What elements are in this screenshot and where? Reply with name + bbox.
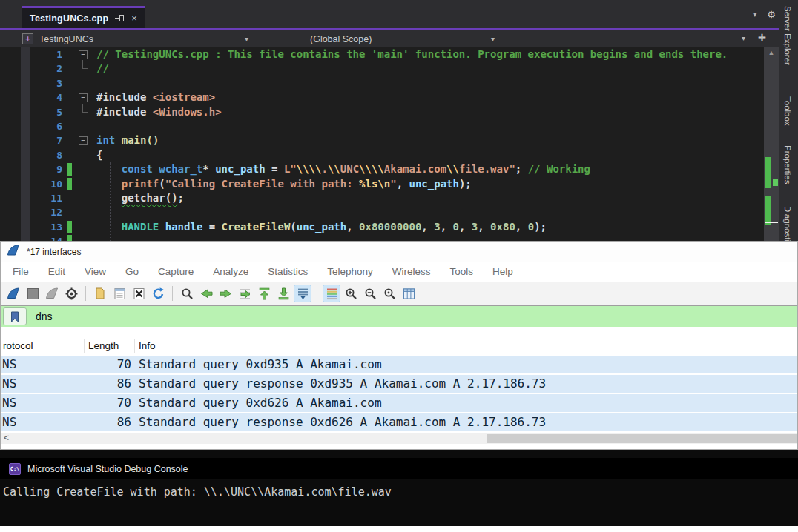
stop-capture-icon[interactable] [24, 285, 42, 302]
split-window-icon[interactable]: ✛ [758, 32, 765, 43]
zoom-original-icon[interactable] [380, 285, 398, 302]
chevron-down-icon[interactable]: ▾ [742, 34, 745, 42]
class-icon: + [22, 33, 33, 44]
tab-testinguncs-cpp[interactable]: TestingUNCs.cpp × [22, 6, 145, 28]
editor-scrollbar[interactable]: ▲ [764, 47, 779, 241]
window-title: *17 interfaces [27, 247, 81, 257]
menu-file[interactable]: File [13, 266, 29, 277]
column-header-rotocol[interactable]: rotocol [3, 340, 33, 351]
console-body[interactable]: Calling CreateFile with path: \\.\UNC\\A… [0, 479, 798, 526]
code-line-9[interactable]: 9 const wchar_t* unc_path = L"\\\\.\\UNC… [0, 162, 764, 176]
go-to-packet-icon[interactable] [236, 285, 254, 302]
code-line-8[interactable]: 8{ [0, 148, 764, 162]
colorize-icon[interactable] [323, 285, 340, 302]
scroll-up-arrow-icon[interactable]: ▲ [764, 49, 779, 56]
open-file-icon[interactable] [91, 285, 109, 302]
scroll-left-arrow-icon[interactable]: < [4, 433, 14, 444]
go-bottom-icon[interactable] [274, 285, 292, 302]
fold-collapse-icon[interactable]: − [79, 50, 88, 59]
menu-telephony[interactable]: Telephony [327, 266, 373, 277]
cell-protocol: NS [2, 356, 16, 373]
menu-view[interactable]: View [85, 266, 106, 277]
go-top-icon[interactable] [255, 285, 273, 302]
packet-row[interactable]: NS86Standard query response 0xd935 A Aka… [1, 375, 797, 393]
cell-length: 86 [81, 413, 131, 431]
symbol-name: TestingUNCs [39, 34, 93, 44]
line-number: 3 [30, 76, 62, 90]
menu-edit[interactable]: Edit [48, 266, 65, 277]
go-back-icon[interactable] [197, 285, 215, 302]
symbol-dropdown[interactable]: + TestingUNCs ▾ [22, 30, 297, 47]
cell-info: Standard query 0xd935 A Akamai.com [139, 356, 382, 373]
code-line-11[interactable]: 11 getchar(); [0, 191, 764, 205]
find-packet-icon[interactable] [178, 285, 196, 302]
scrollbar-thumb[interactable] [487, 434, 797, 443]
column-header-info[interactable]: Info [139, 340, 156, 351]
menu-wireless[interactable]: Wireless [392, 266, 431, 277]
side-tab-toolbox[interactable]: Toolbox [783, 96, 792, 126]
code-line-6[interactable]: 6 [0, 119, 764, 133]
code-line-13[interactable]: 13 HANDLE handle = CreateFileW(unc_path,… [0, 220, 764, 234]
reload-icon[interactable] [149, 285, 167, 302]
line-number: 11 [30, 191, 62, 205]
fold-collapse-icon[interactable]: − [79, 136, 88, 145]
code-line-4[interactable]: 4−#include <iostream> [0, 90, 764, 104]
code-line-14[interactable]: 14 [0, 234, 764, 241]
code-text: { [96, 148, 102, 162]
auto-scroll-icon[interactable] [294, 285, 311, 302]
cell-length: 70 [81, 394, 131, 412]
code-line-5[interactable]: 5#include <Windows.h> [0, 105, 764, 119]
scroll-position-line [765, 222, 778, 223]
capture-options-icon[interactable] [62, 285, 80, 302]
go-forward-icon[interactable] [217, 285, 234, 302]
code-line-12[interactable]: 12 [0, 205, 764, 219]
close-tab-icon[interactable]: × [131, 13, 137, 24]
menu-tools[interactable]: Tools [450, 266, 474, 277]
packet-row[interactable]: NS70Standard query 0xd626 A Akamai.com [1, 394, 797, 412]
side-tab-properties[interactable]: Properties [783, 145, 792, 184]
code-line-10[interactable]: 10 printf("Calling CreateFile with path:… [0, 177, 764, 191]
line-number: 13 [30, 220, 62, 234]
line-number: 2 [30, 61, 62, 76]
column-separator[interactable] [134, 339, 135, 353]
menu-capture[interactable]: Capture [158, 266, 194, 277]
horizontal-scrollbar[interactable]: < [1, 433, 797, 444]
main-toolbar [1, 282, 797, 305]
packet-row[interactable]: NS86Standard query response 0xd626 A Aka… [1, 413, 797, 431]
vs-side-tabs: Server ExplorerToolboxPropertiesDiagnost… [779, 0, 798, 241]
restart-capture-icon[interactable] [43, 285, 61, 302]
scope-dropdown[interactable]: (Global Scope) ▾ [310, 30, 503, 47]
filter-input[interactable]: dns [36, 310, 53, 322]
code-editor[interactable]: 1−// TestingUNCs.cpp : This file contain… [0, 47, 764, 241]
vs-top-strip [0, 0, 798, 6]
console-output: Calling CreateFile with path: \\.\UNC\\A… [0, 479, 798, 499]
menu-help[interactable]: Help [492, 266, 513, 277]
cell-length: 86 [81, 375, 131, 393]
code-line-2[interactable]: 2// [0, 61, 764, 76]
packet-row[interactable]: NS70Standard query 0xd935 A Akamai.com [1, 356, 797, 373]
menu-statistics[interactable]: Statistics [268, 266, 308, 277]
fold-collapse-icon[interactable]: − [79, 93, 88, 102]
code-line-3[interactable]: 3 [0, 76, 764, 90]
side-tab-server-explorer[interactable]: Server Explorer [783, 6, 792, 65]
resize-columns-icon[interactable] [400, 285, 418, 302]
zoom-in-icon[interactable] [342, 285, 360, 302]
pin-icon[interactable] [115, 14, 125, 22]
filter-bookmark-icon[interactable] [3, 307, 27, 325]
close-capture-icon[interactable] [130, 285, 148, 302]
gear-icon[interactable]: ⚙ [767, 9, 776, 20]
menu-go[interactable]: Go [125, 266, 139, 277]
toolbar-separator [317, 286, 317, 301]
code-line-7[interactable]: 7−int main() [0, 133, 764, 147]
display-filter-bar[interactable]: dns [1, 305, 797, 327]
side-tab-diagnostic[interactable]: Diagnostic [783, 206, 792, 241]
menu-analyze[interactable]: Analyze [213, 266, 248, 277]
code-line-1[interactable]: 1−// TestingUNCs.cpp : This file contain… [0, 47, 764, 61]
column-separator[interactable] [84, 339, 85, 353]
chevron-down-icon[interactable]: ▾ [753, 10, 756, 19]
save-file-icon[interactable] [111, 285, 128, 302]
zoom-out-icon[interactable] [361, 285, 379, 302]
column-header-length[interactable]: Length [88, 340, 119, 351]
change-bar [67, 221, 72, 233]
wireshark-start-icon[interactable] [4, 285, 22, 302]
